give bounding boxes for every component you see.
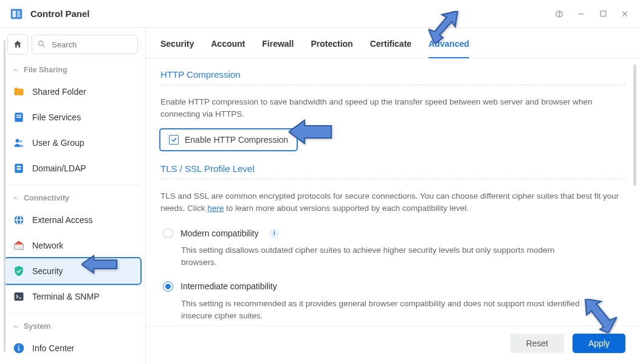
tab-firewall[interactable]: Firewall (262, 39, 294, 58)
chevron-up-icon (12, 195, 19, 202)
tab-certificate[interactable]: Certificate (370, 39, 411, 58)
svg-rect-22 (15, 292, 24, 300)
svg-point-4 (559, 15, 560, 16)
svg-rect-18 (17, 168, 21, 170)
domain-icon (12, 162, 26, 175)
section-label: System (24, 322, 50, 331)
sidebar-item-label: Domain/LDAP (32, 163, 86, 173)
svg-rect-13 (16, 117, 21, 118)
main-panel: Security Account Firewall Protection Cer… (146, 28, 640, 364)
sidebar: File Sharing Shared Folder File Services… (0, 28, 146, 364)
sidebar-item-external-access[interactable]: External Access (5, 207, 140, 233)
radio-label: Modern compatibility (181, 228, 258, 238)
sidebar-item-file-services[interactable]: File Services (5, 105, 140, 130)
close-icon[interactable] (619, 9, 630, 19)
footer: Reset Apply (146, 326, 640, 364)
enable-http-compression-checkbox[interactable]: Enable HTTP Compression (160, 129, 297, 150)
section-label: Connectivity (24, 194, 69, 202)
titlebar: Control Panel (0, 0, 640, 28)
sidebar-item-label: Info Center (32, 343, 74, 353)
window-title: Control Panel (30, 9, 90, 19)
shield-icon (12, 264, 26, 278)
radio-label: Intermediate compatibility (181, 281, 277, 291)
minimize-icon[interactable] (576, 9, 587, 19)
info-icon (12, 342, 26, 355)
chevron-up-icon (12, 67, 19, 74)
tls-desc: TLS and SSL are common encrypted protoco… (160, 190, 625, 215)
search-icon (37, 39, 46, 50)
sidebar-scrollbar[interactable] (4, 40, 5, 352)
section-label: File Sharing (24, 66, 67, 74)
svg-rect-12 (16, 115, 21, 116)
radio-desc: This setting disallows outdated cipher s… (163, 243, 588, 276)
tls-title: TLS / SSL Profile Level (160, 163, 625, 184)
svg-rect-1 (13, 10, 16, 17)
sidebar-item-network[interactable]: Network (5, 233, 140, 258)
content-area: HTTP Compression Enable HTTP compression… (146, 58, 640, 326)
radio-intermediate[interactable] (163, 281, 173, 292)
tabs: Security Account Firewall Protection Cer… (146, 28, 640, 58)
folder-icon (12, 85, 26, 98)
sidebar-item-terminal-snmp[interactable]: Terminal & SNMP (5, 284, 140, 309)
svg-point-9 (39, 41, 44, 46)
sidebar-item-label: Network (32, 241, 63, 250)
sidebar-item-label: User & Group (32, 138, 84, 148)
home-button[interactable] (7, 34, 28, 55)
sidebar-item-user-group[interactable]: User & Group (5, 130, 140, 156)
maximize-icon[interactable] (597, 9, 608, 19)
sidebar-item-label: File Services (32, 112, 81, 122)
svg-point-26 (18, 345, 19, 346)
svg-rect-17 (17, 166, 21, 168)
http-compression-desc: Enable HTTP compression to save bandwidt… (160, 96, 625, 121)
tab-account[interactable]: Account (211, 39, 245, 58)
radio-modern[interactable] (163, 228, 173, 238)
tab-security[interactable]: Security (160, 39, 194, 58)
users-icon (12, 136, 26, 149)
network-icon (12, 239, 26, 252)
content-scrollbar[interactable] (633, 64, 636, 186)
globe-icon (12, 213, 26, 227)
sidebar-item-label: Terminal & SNMP (32, 292, 99, 301)
help-icon[interactable] (554, 9, 565, 19)
sidebar-item-info-center[interactable]: Info Center (5, 335, 140, 361)
terminal-icon (12, 290, 26, 303)
svg-point-15 (19, 140, 22, 142)
sidebar-item-domain-ldap[interactable]: Domain/LDAP (5, 156, 140, 181)
sidebar-item-security[interactable]: Security (5, 258, 140, 284)
tls-here-link[interactable]: here (207, 204, 224, 213)
checkbox-icon (169, 135, 179, 145)
sidebar-item-label: Security (32, 266, 63, 276)
chevron-up-icon (12, 323, 19, 330)
reset-button[interactable]: Reset (510, 334, 564, 353)
sidebar-item-label: External Access (32, 215, 93, 225)
svg-rect-6 (600, 11, 606, 16)
tab-advanced[interactable]: Advanced (428, 39, 469, 58)
search-input[interactable] (32, 35, 138, 54)
tab-protection[interactable]: Protection (311, 39, 353, 58)
file-services-icon (12, 111, 26, 124)
checkbox-label: Enable HTTP Compression (185, 135, 288, 145)
sidebar-item-label: Shared Folder (32, 87, 86, 97)
http-compression-title: HTTP Compression (160, 69, 625, 90)
section-file-sharing[interactable]: File Sharing (5, 61, 140, 79)
section-connectivity[interactable]: Connectivity (5, 189, 140, 207)
sidebar-item-shared-folder[interactable]: Shared Folder (5, 79, 140, 105)
app-icon (10, 7, 23, 21)
radio-desc: This setting is recommended as it provid… (163, 297, 588, 326)
svg-point-14 (16, 139, 19, 143)
svg-line-10 (43, 45, 44, 47)
svg-rect-25 (18, 347, 19, 351)
apply-button[interactable]: Apply (573, 334, 625, 353)
section-system[interactable]: System (5, 317, 140, 335)
svg-rect-2 (17, 10, 20, 17)
info-tooltip-icon[interactable]: i (269, 228, 279, 238)
